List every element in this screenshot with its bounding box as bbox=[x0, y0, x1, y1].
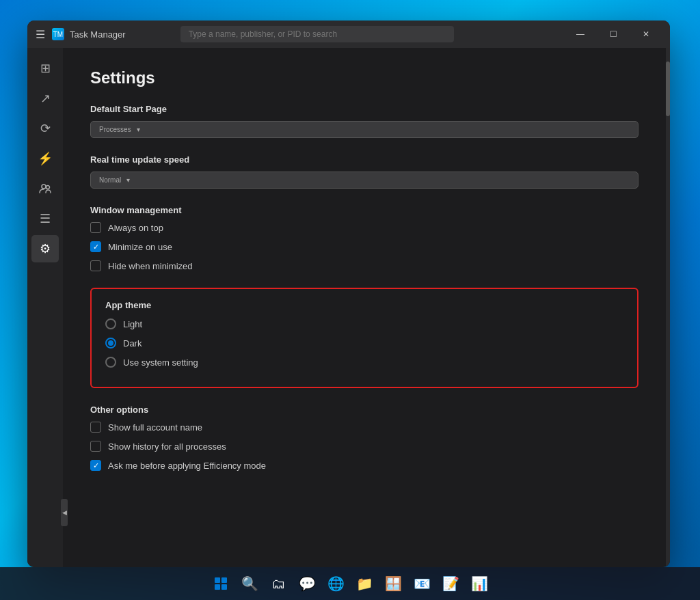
other-options-section: Other options Show full account name Sho… bbox=[90, 405, 638, 471]
svg-point-1 bbox=[46, 186, 50, 189]
show-history-label: Show history for all processes bbox=[108, 441, 226, 452]
page-title: Settings bbox=[90, 68, 638, 87]
theme-dark-row[interactable]: Dark bbox=[105, 338, 623, 349]
update-speed-section: Real time update speed Normal ▾ bbox=[90, 154, 638, 189]
svg-rect-2 bbox=[215, 577, 220, 583]
show-account-name-label: Show full account name bbox=[108, 422, 202, 433]
sidebar: ⊞ ↗ ⟳ ⚡ ☰ ⚙ bbox=[27, 48, 63, 567]
maximize-button[interactable]: ☐ bbox=[597, 23, 629, 45]
main-area: ⊞ ↗ ⟳ ⚡ ☰ ⚙ Settings Defau bbox=[27, 48, 670, 567]
sidebar-item-performance[interactable]: ↗ bbox=[31, 85, 59, 112]
show-history-row[interactable]: Show history for all processes bbox=[90, 441, 638, 452]
default-start-page-label: Default Start Page bbox=[90, 104, 638, 114]
theme-system-label: Use system setting bbox=[123, 357, 198, 368]
default-start-page-value: Processes bbox=[99, 126, 131, 133]
efficiency-mode-checkbox[interactable] bbox=[90, 460, 101, 471]
update-speed-dropdown[interactable]: Normal ▾ bbox=[90, 172, 638, 189]
sidebar-item-history[interactable]: ⟳ bbox=[31, 115, 59, 142]
taskbar-chat-icon[interactable]: 💬 bbox=[295, 571, 319, 596]
titlebar: ☰ TM Task Manager — ☐ ✕ bbox=[27, 21, 670, 48]
hide-when-minimized-checkbox[interactable] bbox=[90, 260, 101, 271]
sidebar-item-startup[interactable]: ⚡ bbox=[31, 145, 59, 172]
minimize-button[interactable]: — bbox=[565, 23, 596, 45]
taskbar: 🔍 🗂 💬 🌐 📁 🪟 📧 📝 📊 bbox=[0, 567, 700, 600]
window-management-section: Window management Always on top Minimize… bbox=[90, 205, 638, 271]
efficiency-mode-row[interactable]: Ask me before applying Efficiency mode bbox=[90, 460, 638, 471]
theme-system-radio[interactable] bbox=[105, 357, 116, 368]
theme-dark-label: Dark bbox=[123, 338, 142, 349]
taskbar-browser-icon[interactable]: 🌐 bbox=[323, 571, 348, 596]
sidebar-item-settings[interactable]: ⚙ bbox=[31, 235, 59, 262]
scrollbar-track[interactable] bbox=[666, 48, 670, 567]
theme-light-label: Light bbox=[123, 319, 142, 329]
dropdown-arrow-icon-2: ▾ bbox=[126, 176, 130, 184]
update-speed-label: Real time update speed bbox=[90, 154, 638, 165]
always-on-top-checkbox[interactable] bbox=[90, 222, 101, 233]
svg-point-0 bbox=[42, 185, 46, 189]
window-management-label: Window management bbox=[90, 205, 638, 215]
scrollbar-thumb[interactable] bbox=[666, 62, 670, 116]
app-theme-section: App theme Light Dark Use system setting bbox=[90, 288, 638, 388]
sidebar-item-users[interactable] bbox=[31, 175, 59, 202]
taskbar-mail-icon[interactable]: 📧 bbox=[409, 571, 434, 596]
theme-light-row[interactable]: Light bbox=[105, 318, 623, 329]
efficiency-mode-label: Ask me before applying Efficiency mode bbox=[108, 461, 266, 471]
taskbar-file-icon[interactable]: 🗂 bbox=[266, 571, 291, 596]
task-manager-window: ☰ TM Task Manager — ☐ ✕ ⊞ ↗ ⟳ ⚡ bbox=[27, 21, 670, 567]
always-on-top-row[interactable]: Always on top bbox=[90, 222, 638, 233]
minimize-on-use-label: Minimize on use bbox=[108, 242, 172, 252]
default-start-page-dropdown[interactable]: Processes ▾ bbox=[90, 121, 638, 138]
dropdown-arrow-icon: ▾ bbox=[137, 126, 140, 133]
theme-dark-radio[interactable] bbox=[105, 338, 116, 349]
update-speed-value: Normal bbox=[99, 176, 121, 184]
taskbar-start-icon[interactable] bbox=[208, 571, 233, 596]
show-account-name-row[interactable]: Show full account name bbox=[90, 422, 638, 433]
show-history-checkbox[interactable] bbox=[90, 441, 101, 452]
window-controls: — ☐ ✕ bbox=[565, 23, 662, 45]
theme-light-radio[interactable] bbox=[105, 318, 116, 329]
app-icon: TM bbox=[52, 28, 64, 40]
default-start-page-section: Default Start Page Processes ▾ bbox=[90, 104, 638, 138]
close-button[interactable]: ✕ bbox=[630, 23, 662, 45]
sidebar-item-details[interactable]: ☰ bbox=[31, 205, 59, 232]
svg-rect-4 bbox=[215, 584, 220, 590]
taskbar-word-icon[interactable]: 📝 bbox=[438, 571, 463, 596]
minimize-on-use-checkbox[interactable] bbox=[90, 241, 101, 252]
taskbar-monitor-icon[interactable]: 📊 bbox=[467, 571, 492, 596]
svg-rect-5 bbox=[221, 584, 227, 590]
sidebar-collapse-button[interactable]: ◀ bbox=[61, 499, 68, 526]
sidebar-item-processes[interactable]: ⊞ bbox=[31, 55, 59, 82]
menu-icon[interactable]: ☰ bbox=[36, 28, 45, 41]
always-on-top-label: Always on top bbox=[108, 223, 163, 233]
settings-content: Settings Default Start Page Processes ▾ … bbox=[63, 48, 666, 567]
app-title: Task Manager bbox=[70, 29, 126, 40]
show-account-name-checkbox[interactable] bbox=[90, 422, 101, 433]
hide-when-minimized-label: Hide when minimized bbox=[108, 261, 193, 271]
minimize-on-use-row[interactable]: Minimize on use bbox=[90, 241, 638, 252]
app-theme-label: App theme bbox=[105, 300, 623, 310]
taskbar-store-icon[interactable]: 🪟 bbox=[381, 571, 405, 596]
search-input[interactable] bbox=[180, 26, 454, 42]
other-options-label: Other options bbox=[90, 405, 638, 415]
svg-rect-3 bbox=[221, 577, 227, 583]
taskbar-search-icon[interactable]: 🔍 bbox=[237, 571, 262, 596]
search-container bbox=[180, 26, 454, 42]
theme-system-row[interactable]: Use system setting bbox=[105, 357, 623, 368]
taskbar-explorer-icon[interactable]: 📁 bbox=[352, 571, 377, 596]
hide-when-minimized-row[interactable]: Hide when minimized bbox=[90, 260, 638, 271]
